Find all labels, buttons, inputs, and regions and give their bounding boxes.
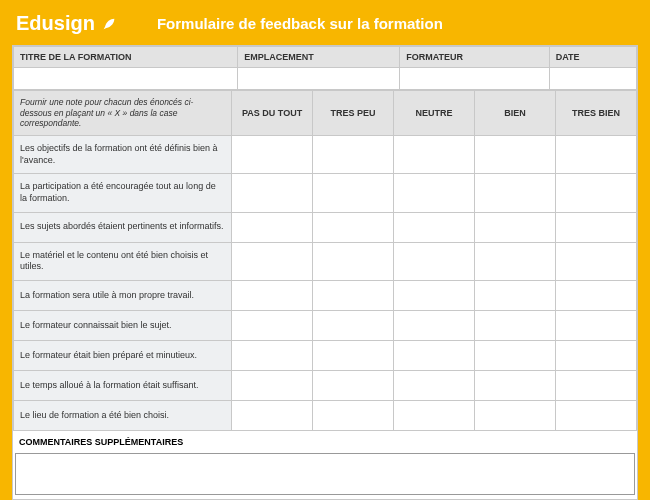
meta-input-title[interactable] (14, 68, 238, 90)
comments-label: COMMENTAIRES SUPPLÉMENTAIRES (13, 431, 637, 451)
question-8: Le temps alloué à la formation était suf… (14, 371, 232, 401)
answer-7-1[interactable] (232, 341, 313, 371)
meta-header-location: EMPLACEMENT (238, 47, 400, 68)
rating-table: Fournir une note pour chacun des énoncés… (13, 90, 637, 431)
question-5: La formation sera utile à mon propre tra… (14, 281, 232, 311)
brand-logo: Edusign (16, 12, 117, 35)
meta-table: TITRE DE LA FORMATION EMPLACEMENT FORMAT… (13, 46, 637, 90)
question-1: Les objectifs de la formation ont été dé… (14, 135, 232, 173)
answer-3-1[interactable] (232, 212, 313, 242)
question-3: Les sujets abordés étaient pertinents et… (14, 212, 232, 242)
question-4: Le matériel et le contenu ont été bien c… (14, 242, 232, 280)
scale-3: NEUTRE (394, 91, 475, 136)
comments-input[interactable] (15, 453, 635, 495)
answer-7-2[interactable] (313, 341, 394, 371)
answer-9-4[interactable] (475, 401, 556, 431)
answer-9-1[interactable] (232, 401, 313, 431)
answer-6-5[interactable] (555, 311, 636, 341)
scale-5: TRES BIEN (555, 91, 636, 136)
answer-7-5[interactable] (555, 341, 636, 371)
answer-1-1[interactable] (232, 135, 313, 173)
answer-5-2[interactable] (313, 281, 394, 311)
answer-4-5[interactable] (555, 242, 636, 280)
scale-2: TRES PEU (313, 91, 394, 136)
answer-8-4[interactable] (475, 371, 556, 401)
answer-5-1[interactable] (232, 281, 313, 311)
meta-input-location[interactable] (238, 68, 400, 90)
scale-1: PAS DU TOUT (232, 91, 313, 136)
answer-6-3[interactable] (394, 311, 475, 341)
answer-3-5[interactable] (555, 212, 636, 242)
meta-header-date: DATE (549, 47, 636, 68)
question-2: La participation a été encouragée tout a… (14, 174, 232, 212)
answer-7-3[interactable] (394, 341, 475, 371)
answer-3-4[interactable] (475, 212, 556, 242)
question-6: Le formateur connaissait bien le sujet. (14, 311, 232, 341)
answer-8-3[interactable] (394, 371, 475, 401)
brand-text: Edusign (16, 12, 95, 35)
answer-1-4[interactable] (475, 135, 556, 173)
answer-9-3[interactable] (394, 401, 475, 431)
answer-7-4[interactable] (475, 341, 556, 371)
meta-header-trainer: FORMATEUR (400, 47, 550, 68)
meta-header-title: TITRE DE LA FORMATION (14, 47, 238, 68)
meta-input-date[interactable] (549, 68, 636, 90)
meta-input-trainer[interactable] (400, 68, 550, 90)
answer-8-2[interactable] (313, 371, 394, 401)
answer-1-5[interactable] (555, 135, 636, 173)
answer-4-4[interactable] (475, 242, 556, 280)
header: Edusign Formulaire de feedback sur la fo… (12, 12, 638, 45)
answer-6-4[interactable] (475, 311, 556, 341)
answer-5-3[interactable] (394, 281, 475, 311)
feather-icon (101, 16, 117, 32)
question-7: Le formateur était bien préparé et minut… (14, 341, 232, 371)
answer-4-2[interactable] (313, 242, 394, 280)
answer-6-1[interactable] (232, 311, 313, 341)
answer-6-2[interactable] (313, 311, 394, 341)
answer-1-2[interactable] (313, 135, 394, 173)
answer-3-3[interactable] (394, 212, 475, 242)
answer-5-4[interactable] (475, 281, 556, 311)
answer-2-4[interactable] (475, 174, 556, 212)
answer-2-5[interactable] (555, 174, 636, 212)
answer-9-5[interactable] (555, 401, 636, 431)
answer-9-2[interactable] (313, 401, 394, 431)
scale-4: BIEN (475, 91, 556, 136)
answer-4-3[interactable] (394, 242, 475, 280)
answer-2-2[interactable] (313, 174, 394, 212)
question-9: Le lieu de formation a été bien choisi. (14, 401, 232, 431)
answer-4-1[interactable] (232, 242, 313, 280)
page-title: Formulaire de feedback sur la formation (157, 15, 443, 32)
answer-8-1[interactable] (232, 371, 313, 401)
form-sheet: TITRE DE LA FORMATION EMPLACEMENT FORMAT… (12, 45, 638, 500)
answer-1-3[interactable] (394, 135, 475, 173)
instruction-cell: Fournir une note pour chacun des énoncés… (14, 91, 232, 136)
answer-3-2[interactable] (313, 212, 394, 242)
answer-8-5[interactable] (555, 371, 636, 401)
answer-2-1[interactable] (232, 174, 313, 212)
answer-5-5[interactable] (555, 281, 636, 311)
answer-2-3[interactable] (394, 174, 475, 212)
